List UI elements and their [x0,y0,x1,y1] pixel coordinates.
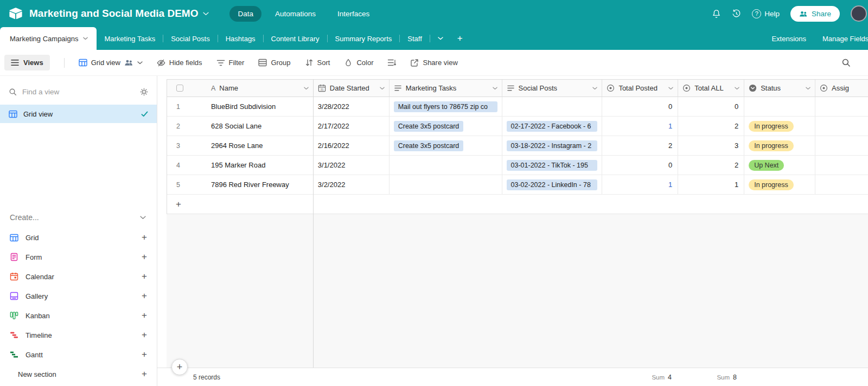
sidebar-item-create-gallery[interactable]: Gallery + [0,286,157,306]
cell-total-all[interactable]: 3 [678,136,744,155]
linked-record-chip[interactable]: 02-17-2022 - Facebook - 6 [507,121,598,132]
sort-button[interactable]: Sort [305,59,330,67]
share-view-button[interactable]: Share view [410,59,457,67]
cell-assignee[interactable] [815,156,868,175]
cell-date-started[interactable]: 3/1/2022 [314,156,390,175]
cell-assignee[interactable] [815,175,868,194]
sidebar-item-grid-view[interactable]: Grid view [0,105,157,123]
sidebar-item-create-form[interactable]: Form + [0,247,157,267]
chevron-down-icon[interactable] [806,87,810,90]
column-header-name[interactable]: A Name [207,80,314,97]
sidebar-item-create-kanban[interactable]: Kanban + [0,306,157,325]
row-number[interactable]: 5 [167,175,207,194]
views-button[interactable]: Views [4,55,50,70]
cell-name[interactable]: 2964 Rose Lane [207,136,314,155]
plus-icon[interactable]: + [142,330,147,340]
table-row[interactable]: 3 2964 Rose Lane 2/16/2022 Create 3x5 po… [167,136,868,156]
column-header-assignee[interactable]: Assig [815,80,868,97]
row-number[interactable]: 3 [167,136,207,155]
row-height-button[interactable] [387,59,396,67]
cell-status[interactable]: In progress [744,175,815,194]
cell-name[interactable]: 195 Marker Road [207,156,314,175]
plus-icon[interactable]: + [142,232,147,243]
table-tab-summary-reports[interactable]: Summary Reports [328,27,400,50]
cell-name[interactable]: 628 Social Lane [207,117,314,136]
new-section-button[interactable]: New section + [0,364,157,384]
cell-assignee[interactable] [815,97,868,116]
plus-icon[interactable]: + [142,310,147,321]
color-button[interactable]: Color [344,59,373,67]
add-row-button[interactable]: + [167,195,868,214]
column-header-date-started[interactable]: Date Started [314,80,390,97]
chevron-down-icon[interactable] [304,87,309,90]
table-row[interactable]: 5 7896 Red River Freeway 3/2/2022 03-02-… [167,175,868,195]
base-title-chevron-icon[interactable] [203,12,209,16]
filter-button[interactable]: Filter [216,59,245,67]
user-avatar[interactable] [851,5,867,22]
sum-total-posted[interactable]: Sum 4 [602,368,675,386]
group-button[interactable]: Group [258,59,290,67]
plus-icon[interactable]: + [142,271,147,282]
cell-status[interactable] [744,97,815,116]
linked-record-chip[interactable]: 03-02-2022 - LinkedIn - 78 [507,179,598,190]
sum-total-all[interactable]: Sum 8 [678,368,744,386]
chevron-down-icon[interactable] [735,87,739,90]
chevron-down-icon[interactable] [592,87,597,90]
linked-record-chip[interactable]: 03-18-2022 - Instagram - 2 [507,140,598,151]
column-header-marketing-tasks[interactable]: Marketing Tasks [390,80,502,97]
add-record-button[interactable]: + [171,359,188,375]
cell-social-posts[interactable]: 03-02-2022 - LinkedIn - 78 [502,175,603,194]
column-header-total-posted[interactable]: Total Posted [602,80,678,97]
linked-record-chip[interactable]: 03-01-2022 - TikTok - 195 [507,160,598,171]
table-tab-social-posts[interactable]: Social Posts [163,27,218,50]
cell-social-posts[interactable]: 02-17-2022 - Facebook - 6 [502,117,603,136]
sidebar-item-create-gantt[interactable]: Gantt + [0,345,157,364]
cell-date-started[interactable]: 2/17/2022 [314,117,390,136]
table-row[interactable]: 1 BlueBird Subdivision 3/28/2022 Mail ou… [167,97,868,117]
cell-status[interactable]: In progress [744,136,815,155]
cell-assignee[interactable] [815,136,868,155]
column-header-social-posts[interactable]: Social Posts [502,80,603,97]
tab-automations[interactable]: Automations [267,6,324,22]
cell-marketing-tasks[interactable] [390,175,502,194]
cell-name[interactable]: 7896 Red River Freeway [207,175,314,194]
create-section-toggle[interactable]: Create... [0,207,157,228]
table-tab-marketing-tasks[interactable]: Marketing Tasks [97,27,163,50]
plus-icon[interactable]: + [142,349,147,360]
cell-social-posts[interactable]: 03-18-2022 - Instagram - 2 [502,136,603,155]
help-button[interactable]: ? Help [752,9,780,18]
cell-total-posted[interactable]: 1 [602,175,678,194]
share-button[interactable]: Share [790,6,840,22]
cell-date-started[interactable]: 2/16/2022 [314,136,390,155]
tab-interfaces[interactable]: Interfaces [329,6,378,22]
cell-total-posted[interactable]: 2 [602,136,678,155]
column-header-total-all[interactable]: Total ALL [678,80,744,97]
chevron-down-icon[interactable] [493,87,497,90]
linked-record-chip[interactable]: Create 3x5 postcard [394,140,464,151]
cell-name[interactable]: BlueBird Subdivision [207,97,314,116]
sidebar-item-create-grid[interactable]: Grid + [0,228,157,247]
find-view-input[interactable] [22,88,135,96]
sidebar-item-create-timeline[interactable]: Timeline + [0,325,157,345]
cell-total-posted[interactable]: 0 [602,97,678,116]
manage-fields-button[interactable]: Manage Fields [822,35,868,43]
table-tab-staff[interactable]: Staff [400,27,430,50]
cell-date-started[interactable]: 3/28/2022 [314,97,390,116]
plus-icon[interactable]: + [142,291,147,301]
plus-icon[interactable]: + [142,252,147,262]
cell-date-started[interactable]: 3/2/2022 [314,175,390,194]
cell-social-posts[interactable] [502,97,603,116]
search-icon[interactable] [841,58,851,67]
cell-marketing-tasks[interactable]: Create 3x5 postcard [390,136,502,155]
extensions-button[interactable]: Extensions [771,35,806,43]
row-number[interactable]: 2 [167,117,207,136]
column-header-status[interactable]: Status [744,80,815,97]
gear-icon[interactable] [140,88,148,96]
linked-record-chip[interactable]: Mail out flyers to 78675 zip co [394,101,497,112]
table-row[interactable]: 4 195 Marker Road 3/1/2022 03-01-2022 - … [167,156,868,175]
linked-record-chip[interactable]: Create 3x5 postcard [394,121,464,132]
cell-total-posted[interactable]: 1 [602,117,678,136]
add-table-button[interactable]: + [451,27,469,50]
chevron-down-icon[interactable] [83,37,88,40]
row-number[interactable]: 1 [167,97,207,116]
